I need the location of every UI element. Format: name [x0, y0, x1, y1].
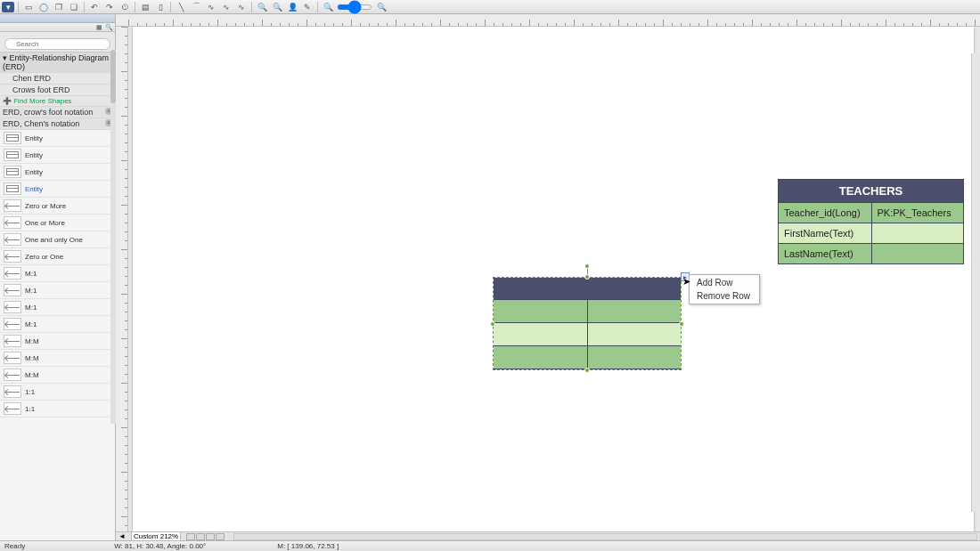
library-category-label: Entity-Relationship Diagram (ERD): [3, 53, 109, 71]
relationship-icon: [4, 216, 21, 229]
shape-item-label: M:1: [25, 304, 37, 312]
shape-palette-item[interactable]: 1:1: [0, 401, 115, 417]
curve-tool-button[interactable]: ∿: [205, 2, 217, 12]
shape-palette-item[interactable]: Entity: [0, 130, 115, 147]
user-button[interactable]: 👤: [286, 2, 298, 12]
loaded-lib-crowsfoot[interactable]: ERD, crow's foot notation×: [0, 107, 115, 118]
shape-palette-item[interactable]: Zero or One: [0, 248, 115, 265]
shape-item-label: M:1: [25, 320, 37, 328]
shape-palette: EntityEntityEntityEntityZero or MoreOne …: [0, 130, 115, 540]
relationship-icon: [4, 267, 21, 280]
shape-palette-item[interactable]: M:M: [0, 350, 115, 367]
zoom-slider-in-button[interactable]: 🔍: [375, 2, 388, 12]
shape-item-label: M:1: [25, 270, 37, 278]
erd-cell[interactable]: LastName(Text): [779, 243, 872, 263]
shape-palette-item[interactable]: Entity: [0, 147, 115, 164]
zoom-combo[interactable]: Custom 212%: [131, 531, 181, 541]
shape-item-label: M:M: [25, 337, 39, 345]
scroll-left-button[interactable]: ◄: [118, 532, 126, 540]
time-button[interactable]: ⏲: [118, 2, 131, 12]
shape-item-label: Zero or More: [25, 202, 66, 210]
erd-cell[interactable]: PK:PK_Teachers: [872, 202, 964, 223]
shape-palette-item[interactable]: M:M: [0, 367, 115, 384]
shape-palette-item[interactable]: Entity: [0, 164, 115, 181]
undo-button[interactable]: ↶: [88, 2, 101, 12]
page-nav-first-button[interactable]: [186, 533, 195, 540]
erd-cell[interactable]: [872, 243, 964, 263]
grid-view-icon[interactable]: ▦: [96, 24, 103, 31]
horizontal-ruler: [116, 14, 980, 27]
entity-icon: [4, 132, 21, 144]
resize-handle-n[interactable]: [584, 274, 590, 280]
library-item-crowsfoot[interactable]: Crows foot ERD: [0, 85, 115, 96]
resize-handle-w[interactable]: [490, 321, 495, 327]
shape-palette-item[interactable]: M:1: [0, 316, 115, 333]
page-nav-next-button[interactable]: [206, 533, 215, 540]
globe-button[interactable]: ◯: [37, 2, 50, 12]
erd-cell[interactable]: [872, 223, 964, 243]
zoomin-button[interactable]: 🔍: [256, 2, 268, 12]
relationship-icon: [4, 318, 21, 330]
shape-palette-item[interactable]: Zero or More: [0, 198, 115, 215]
loaded-lib-chen[interactable]: ERD, Chen's notation×: [0, 118, 115, 130]
pointer-tool-button[interactable]: ▾: [2, 2, 14, 12]
entity-icon: [4, 149, 21, 161]
erd-cell[interactable]: Teacher_id(Long): [779, 202, 872, 223]
canvas-vertical-scrollbar[interactable]: [971, 53, 980, 512]
line-tool-button[interactable]: ╲: [175, 2, 187, 12]
zoom-slider[interactable]: [337, 4, 372, 10]
context-menu: Add Row Remove Row: [689, 274, 760, 304]
context-menu-add-row[interactable]: Add Row: [690, 276, 759, 289]
bezier-tool-button[interactable]: ∿: [235, 2, 248, 12]
shape-search-input[interactable]: [4, 38, 110, 50]
spline-tool-button[interactable]: ∿: [220, 2, 233, 12]
library-tree: ▾ Entity-Relationship Diagram (ERD) Chen…: [0, 53, 115, 130]
erd-table-teachers[interactable]: TEACHERS Teacher_id(Long) PK:PK_Teachers…: [778, 179, 964, 264]
context-menu-remove-row[interactable]: Remove Row: [690, 289, 759, 303]
resize-handle-s[interactable]: [584, 368, 590, 373]
library-category-row[interactable]: ▾ Entity-Relationship Diagram (ERD): [0, 53, 115, 73]
entity-icon: [4, 182, 21, 195]
relationship-icon: [4, 301, 21, 313]
shape-palette-item[interactable]: M:1: [0, 265, 115, 282]
shape-palette-item[interactable]: M:1: [0, 282, 115, 299]
selected-entity-shape[interactable]: ▸: [493, 277, 682, 370]
page-nav-prev-button[interactable]: [196, 533, 205, 540]
status-bar: Ready W: 81, H: 30.48, Angle: 0.00° M: […: [0, 540, 980, 551]
redo-button[interactable]: ↷: [103, 2, 116, 12]
shape-palette-item[interactable]: M:M: [0, 333, 115, 350]
shape-palette-item[interactable]: 1:1: [0, 384, 115, 401]
shape-item-label: One and only One: [25, 236, 83, 244]
page-nav-last-button[interactable]: [216, 533, 225, 540]
shape-palette-item[interactable]: M:1: [0, 299, 115, 316]
resize-handle-e[interactable]: [679, 321, 684, 327]
paste-button[interactable]: ❏: [68, 2, 80, 12]
canvas-horizontal-scrollbar[interactable]: [233, 533, 977, 540]
shape-item-label: M:M: [25, 354, 39, 362]
search-icon[interactable]: 🔍: [105, 24, 112, 31]
find-more-shapes-button[interactable]: ➕ Find More Shapes: [0, 96, 115, 107]
page-button[interactable]: ▯: [154, 2, 167, 12]
sidebar-tab-strip[interactable]: [0, 14, 115, 23]
status-ready-label: Ready: [4, 542, 25, 550]
shape-palette-item[interactable]: Entity: [0, 181, 115, 198]
view-toggle-button[interactable]: ▭: [22, 2, 35, 12]
shape-palette-item[interactable]: One and only One: [0, 231, 115, 248]
zoom-slider-out-button[interactable]: 🔍: [322, 2, 334, 12]
library-item-chen[interactable]: Chen ERD: [0, 73, 115, 85]
doc-button[interactable]: ▤: [139, 2, 151, 12]
rotate-handle[interactable]: [584, 263, 590, 269]
drawing-page[interactable]: ▸ TEACHERS Teacher_id(Long) PK:PK_Teache…: [133, 27, 974, 531]
arc-tool-button[interactable]: ⌒: [190, 2, 202, 12]
shape-item-label: Zero or One: [25, 253, 63, 261]
shape-palette-item[interactable]: One or More: [0, 215, 115, 231]
erd-table-title[interactable]: TEACHERS: [779, 180, 963, 202]
erd-cell[interactable]: FirstName(Text): [779, 223, 872, 243]
shape-item-label: Entity: [25, 134, 43, 142]
relationship-icon: [4, 402, 21, 415]
entity-header-row[interactable]: [494, 278, 681, 300]
drawing-canvas[interactable]: ▸ TEACHERS Teacher_id(Long) PK:PK_Teache…: [128, 27, 980, 531]
copy-button[interactable]: ❐: [53, 2, 65, 12]
brush-button[interactable]: ✎: [301, 2, 314, 12]
zoomout-button[interactable]: 🔍: [271, 2, 283, 12]
